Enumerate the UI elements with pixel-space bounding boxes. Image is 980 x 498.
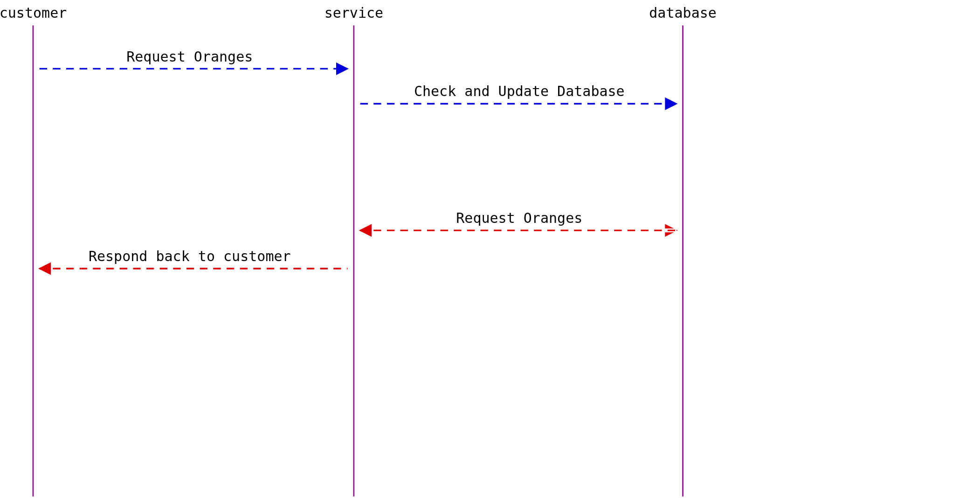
- message-label-4: Respond back to customer: [89, 248, 291, 264]
- sequence-diagram: customer service database Request Orange…: [0, 0, 980, 498]
- actor-label-service: service: [324, 5, 384, 21]
- message-label-3: Request Oranges: [456, 210, 582, 226]
- actor-label-database: database: [649, 5, 717, 21]
- message-label-2: Check and Update Database: [414, 83, 625, 99]
- message-label-1: Request Oranges: [126, 48, 253, 65]
- actor-label-customer: customer: [0, 5, 67, 21]
